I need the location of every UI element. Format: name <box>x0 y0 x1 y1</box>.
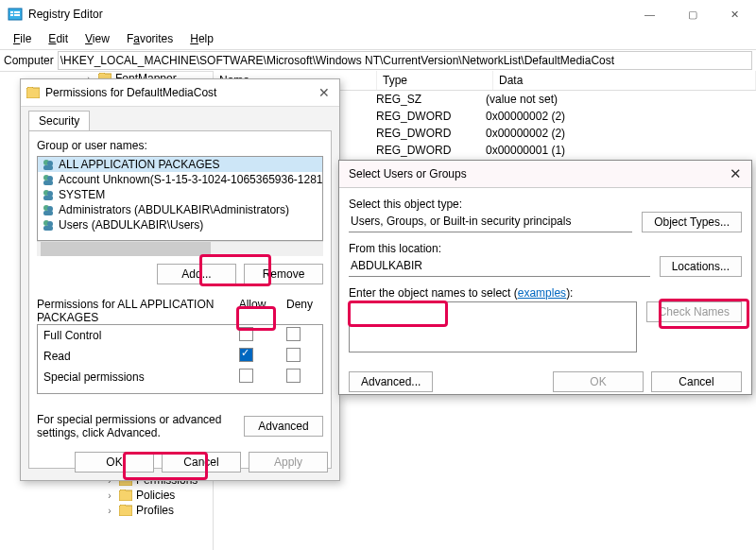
allow-checkbox[interactable] <box>239 348 253 362</box>
permission-row: Read <box>38 346 322 367</box>
permission-table: Full ControlReadSpecial permissions <box>37 324 323 394</box>
permissions-dialog: Permissions for DefaultMediaCost ✕ Secur… <box>20 78 340 481</box>
location-label: From this location: <box>349 242 650 255</box>
tab-security[interactable]: Security <box>28 111 90 130</box>
permissions-for-label: Permissions for ALL APPLICATION PACKAGES <box>37 298 229 324</box>
add-button[interactable]: Add... <box>157 264 236 284</box>
permission-name: Special permissions <box>43 370 222 384</box>
window-titlebar: Registry Editor — ▢ ✕ <box>0 0 756 28</box>
regedit-icon <box>8 7 23 22</box>
chevron-right-icon[interactable]: › <box>104 506 115 516</box>
group-name: Administrators (ABDULKABIR\Administrator… <box>59 203 289 216</box>
cancel-button[interactable]: Cancel <box>162 452 241 473</box>
group-item[interactable]: Administrators (ABDULKABIR\Administrator… <box>38 202 322 217</box>
value-type: REG_SZ <box>370 93 480 106</box>
value-type: REG_DWORD <box>370 110 480 123</box>
folder-icon <box>119 490 132 501</box>
tree-label: Policies <box>136 489 175 502</box>
svg-rect-4 <box>14 14 20 16</box>
permission-name: Full Control <box>43 329 222 342</box>
menu-file[interactable]: File <box>6 30 39 47</box>
folder-icon <box>119 505 132 516</box>
deny-checkbox[interactable] <box>286 327 301 341</box>
value-type: REG_DWORD <box>370 127 480 140</box>
col-data[interactable]: Data <box>493 71 756 90</box>
svg-rect-27 <box>43 226 53 231</box>
value-data: 0x00000002 (2) <box>480 127 756 140</box>
group-name: Account Unknown(S-1-15-3-1024-1065365936… <box>59 173 323 186</box>
col-type[interactable]: Type <box>377 71 493 90</box>
value-data: 0x00000001 (1) <box>480 144 756 157</box>
group-item[interactable]: Account Unknown(S-1-15-3-1024-1065365936… <box>38 172 322 187</box>
deny-header: Deny <box>276 298 323 324</box>
remove-button[interactable]: Remove <box>244 264 323 284</box>
tree-item[interactable]: ›Profiles <box>104 503 198 518</box>
group-icon <box>42 203 55 216</box>
ok-button[interactable]: OK <box>75 452 154 473</box>
maximize-button[interactable]: ▢ <box>671 0 713 28</box>
window-title: Registry Editor <box>28 8 628 21</box>
advanced-button[interactable]: Advanced... <box>349 371 433 392</box>
allow-checkbox[interactable] <box>239 369 253 383</box>
group-item[interactable]: ALL APPLICATION PACKAGES <box>38 157 322 172</box>
group-icon <box>42 188 55 201</box>
dialog-title: Permissions for DefaultMediaCost <box>45 86 216 99</box>
value-type: REG_DWORD <box>370 144 480 157</box>
group-list[interactable]: ALL APPLICATION PACKAGESAccount Unknown(… <box>37 156 323 241</box>
dialog-titlebar: Select Users or Groups ✕ <box>339 161 751 188</box>
group-name: Users (ABDULKABIR\Users) <box>59 218 203 232</box>
menu-edit[interactable]: Edit <box>41 30 76 47</box>
dialog-titlebar: Permissions for DefaultMediaCost ✕ <box>21 79 339 107</box>
close-icon[interactable]: ✕ <box>318 85 330 100</box>
allow-checkbox[interactable] <box>239 327 253 341</box>
minimize-button[interactable]: — <box>628 0 671 28</box>
group-item[interactable]: SYSTEM <box>38 187 322 202</box>
group-icon <box>42 158 55 171</box>
svg-rect-3 <box>14 11 20 13</box>
allow-header: Allow <box>229 298 276 324</box>
permission-row: Special permissions <box>38 367 322 387</box>
location-field: ABDULKABIR <box>349 257 650 277</box>
examples-link[interactable]: examples <box>518 286 566 300</box>
menu-view[interactable]: View <box>77 30 117 47</box>
value-data: (value not set) <box>480 93 756 106</box>
cancel-button[interactable]: Cancel <box>651 371 742 392</box>
dialog-title: Select Users or Groups <box>349 167 467 180</box>
menu-favorites[interactable]: Favorites <box>119 30 180 47</box>
address-path[interactable]: \HKEY_LOCAL_MACHINE\SOFTWARE\Microsoft\W… <box>58 51 752 70</box>
apply-button[interactable]: Apply <box>249 452 328 473</box>
tree-item[interactable]: ›Policies <box>104 488 198 503</box>
svg-rect-18 <box>43 180 53 185</box>
close-button[interactable]: ✕ <box>713 0 756 28</box>
advanced-button[interactable]: Advanced <box>244 416 323 437</box>
object-type-label: Select this object type: <box>349 198 632 211</box>
ok-button[interactable]: OK <box>553 371 644 392</box>
tree-label: Profiles <box>136 504 174 517</box>
group-item[interactable]: Users (ABDULKABIR\Users) <box>38 217 322 232</box>
close-icon[interactable]: ✕ <box>730 165 742 182</box>
group-label: Group or user names: <box>37 139 323 152</box>
address-label: Computer <box>4 54 54 67</box>
menu-help[interactable]: Help <box>182 30 221 47</box>
group-name: SYSTEM <box>59 188 105 201</box>
svg-rect-21 <box>43 196 53 200</box>
select-users-dialog: Select Users or Groups ✕ Select this obj… <box>338 160 752 395</box>
deny-checkbox[interactable] <box>286 369 301 383</box>
permission-row: Full Control <box>38 325 322 346</box>
object-names-input[interactable] <box>349 301 637 352</box>
svg-rect-24 <box>43 211 53 215</box>
deny-checkbox[interactable] <box>286 348 301 362</box>
object-names-label: Enter the object names to select (exampl… <box>349 286 742 300</box>
scrollbar[interactable] <box>37 241 323 256</box>
group-icon <box>42 173 55 186</box>
svg-rect-2 <box>10 14 13 16</box>
permission-name: Read <box>43 350 222 363</box>
check-names-button[interactable]: Check Names <box>646 301 742 322</box>
advanced-text: For special permissions or advanced sett… <box>37 413 232 439</box>
chevron-right-icon[interactable]: › <box>104 490 115 501</box>
object-types-button[interactable]: Object Types... <box>642 212 742 232</box>
value-data: 0x00000002 (2) <box>480 110 756 123</box>
menubar: File Edit View Favorites Help <box>0 28 756 50</box>
address-bar: Computer \HKEY_LOCAL_MACHINE\SOFTWARE\Mi… <box>0 50 756 72</box>
locations-button[interactable]: Locations... <box>660 256 742 277</box>
